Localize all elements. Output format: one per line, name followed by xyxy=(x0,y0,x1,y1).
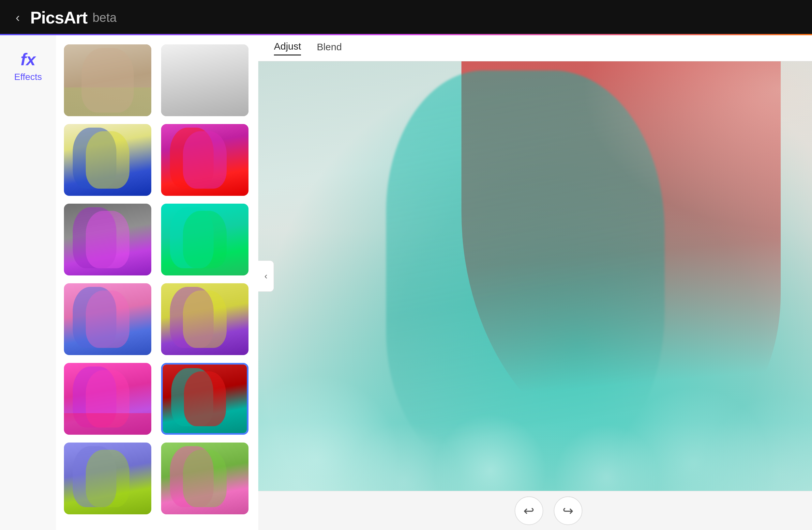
thumbnail-pink-magenta[interactable] xyxy=(64,363,151,435)
thumbnail-pink-red[interactable] xyxy=(161,124,248,196)
effects-label: Effects xyxy=(14,72,42,82)
header: ‹ PicsArt beta xyxy=(0,0,812,35)
thumbnail-green-pink[interactable] xyxy=(161,443,248,514)
logo: PicsArt xyxy=(30,8,87,27)
back-button[interactable]: ‹ xyxy=(16,11,20,25)
bottom-toolbar: ↩ ↪ xyxy=(258,491,812,530)
thumbnail-yellow-purple[interactable] xyxy=(161,283,248,355)
tab-adjust[interactable]: Adjust xyxy=(274,41,301,55)
thumbnails-panel[interactable] xyxy=(56,35,258,530)
thumbnail-blue-lime[interactable] xyxy=(64,443,151,514)
undo-button[interactable]: ↩ xyxy=(514,497,543,525)
main-layout: fx Effects xyxy=(0,35,812,530)
canvas-toolbar: Adjust Blend xyxy=(258,35,812,61)
redo-button[interactable]: ↪ xyxy=(554,497,582,525)
thumbnail-gray-purple[interactable] xyxy=(64,204,151,276)
thumbnail-cyan-green[interactable] xyxy=(161,204,248,276)
canvas-content: ‹ › xyxy=(258,61,812,491)
canvas-area: Adjust Blend ‹ xyxy=(258,35,812,530)
fx-icon: fx xyxy=(20,51,35,68)
sidebar: fx Effects xyxy=(0,35,56,530)
beta-label: beta xyxy=(92,11,117,25)
thumbnail-original[interactable] xyxy=(64,44,151,116)
thumbnail-bw[interactable] xyxy=(161,44,248,116)
thumbnail-yellow-blue[interactable] xyxy=(64,124,151,196)
preview-image xyxy=(258,61,812,491)
collapse-panel-button[interactable]: ‹ xyxy=(258,261,274,292)
thumbnail-pink-blue[interactable] xyxy=(64,283,151,355)
thumbnail-red-cyan[interactable] xyxy=(161,363,248,435)
tab-blend[interactable]: Blend xyxy=(317,41,342,55)
